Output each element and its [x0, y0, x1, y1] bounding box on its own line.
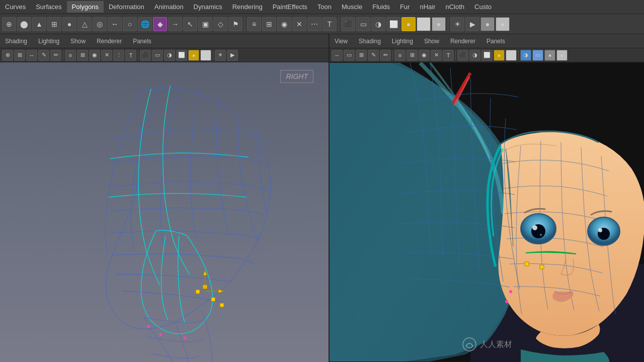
menu-deformation[interactable]: Deformation [104, 1, 149, 13]
menu-ncloth[interactable]: nCloth [440, 1, 469, 13]
tool-white2[interactable]: ● [432, 17, 446, 31]
menu-painteffects[interactable]: PaintEffects [268, 1, 312, 13]
rvp-circle[interactable]: ◉ [419, 50, 430, 61]
tool-gray1[interactable]: ● [480, 17, 495, 31]
tool-white1[interactable]: ● [417, 17, 431, 31]
menu-fur[interactable]: Fur [395, 1, 415, 13]
tool-yellow[interactable]: ● [401, 17, 416, 31]
right-viewport: View Shading Lighting Show Renderer Pane… [330, 34, 644, 362]
right-menu-panels[interactable]: Panels [484, 37, 508, 46]
left-menu-lighting[interactable]: Lighting [35, 37, 62, 46]
tool-arrow[interactable]: → [168, 17, 182, 31]
rvp-blue1[interactable]: ◑ [520, 50, 531, 61]
vp-wire[interactable]: ⬜ [176, 50, 187, 61]
tool-diamond[interactable]: ◇ [213, 17, 227, 31]
right-menu-lighting[interactable]: Lighting [389, 37, 416, 46]
rvp-yellow[interactable]: ● [494, 50, 505, 61]
tool-cylinder[interactable]: ⬤ [17, 17, 31, 31]
tool-grid[interactable]: ⊞ [262, 17, 276, 31]
tool-cursor[interactable]: ↖ [183, 17, 197, 31]
tool-pyramid[interactable]: △ [77, 17, 92, 31]
rvp-move[interactable]: ↔ [332, 50, 343, 61]
right-menu-renderer[interactable]: Renderer [447, 37, 478, 46]
tool-render[interactable]: ▶ [465, 17, 479, 31]
tool-T[interactable]: T [323, 17, 337, 31]
tool-select[interactable]: ⊕ [2, 17, 16, 31]
rvp-grid[interactable]: ⊞ [356, 50, 367, 61]
vp-t[interactable]: T [125, 50, 136, 61]
vp-film[interactable]: ▭ [152, 50, 163, 61]
menu-curves[interactable]: Curves [0, 1, 31, 13]
tool-move[interactable]: ↔ [108, 17, 122, 31]
rvp-t[interactable]: T [443, 50, 454, 61]
vp-layers[interactable]: ≡ [65, 50, 76, 61]
vp-yellow[interactable]: ● [188, 50, 199, 61]
rvp-white[interactable]: ● [506, 50, 517, 61]
tool-flag[interactable]: ⚑ [228, 17, 243, 31]
vp-circle[interactable]: ◉ [89, 50, 100, 61]
tool-cam[interactable]: ⬛ [341, 17, 355, 31]
tool-cone[interactable]: ▲ [32, 17, 46, 31]
vp-paint[interactable]: ✏ [50, 50, 61, 61]
tool-shade[interactable]: ◑ [371, 17, 385, 31]
rvp-cam[interactable]: ⬛ [457, 50, 468, 61]
rvp-grid2[interactable]: ⊞ [407, 50, 418, 61]
tool-dots[interactable]: ⋯ [307, 17, 321, 31]
left-menu-show[interactable]: Show [67, 37, 89, 46]
tool-wire[interactable]: ⬜ [386, 17, 400, 31]
left-menu-renderer[interactable]: Renderer [94, 37, 125, 46]
menu-polygons[interactable]: Polygons [67, 1, 104, 13]
rvp-wire[interactable]: ⬜ [481, 50, 493, 61]
right-viewport-canvas[interactable]: 人人素材 [330, 62, 644, 362]
menu-dynamics[interactable]: Dynamics [189, 1, 227, 13]
vp-shade[interactable]: ◑ [164, 50, 175, 61]
menu-custom[interactable]: Custo [469, 1, 497, 13]
right-menu-show[interactable]: Show [421, 37, 442, 46]
tool-cube[interactable]: ▣ [198, 17, 212, 31]
rvp-layers[interactable]: ≡ [394, 50, 406, 61]
tool-layers[interactable]: ≡ [247, 17, 261, 31]
vp-render[interactable]: ▶ [227, 50, 238, 61]
vp-dots[interactable]: ⋮ [113, 50, 124, 61]
tool-circle[interactable]: ◉ [277, 17, 291, 31]
rvp-paint[interactable]: ✏ [380, 50, 391, 61]
tool-film[interactable]: ▭ [356, 17, 370, 31]
menu-muscle[interactable]: Muscle [337, 1, 367, 13]
rvp-shade[interactable]: ◑ [469, 50, 480, 61]
rvp-film[interactable]: ▭ [344, 50, 355, 61]
rvp-brush[interactable]: ✎ [368, 50, 379, 61]
vp-white[interactable]: ● [200, 50, 211, 61]
tool-torus[interactable]: ◎ [93, 17, 107, 31]
rvp-gray2[interactable]: ● [556, 50, 568, 61]
vp-grid[interactable]: ⊞ [14, 50, 25, 61]
vp-select[interactable]: ⊕ [2, 50, 13, 61]
vp-grid2[interactable]: ⊞ [77, 50, 88, 61]
vp-cam[interactable]: ⬛ [140, 50, 151, 61]
rvp-blue2[interactable]: ▭ [532, 50, 543, 61]
tool-sphere[interactable]: ● [62, 17, 76, 31]
vp-light[interactable]: ☀ [215, 50, 226, 61]
vp-x[interactable]: ✕ [101, 50, 112, 61]
vp-move[interactable]: ↔ [26, 50, 37, 61]
left-viewport-canvas[interactable]: RIGHT [0, 62, 329, 362]
menu-toon[interactable]: Toon [312, 1, 337, 13]
rvp-x[interactable]: ✕ [431, 50, 442, 61]
rvp-gray1[interactable]: ● [544, 50, 555, 61]
tool-gray2[interactable]: ● [496, 17, 510, 31]
right-menu-shading[interactable]: Shading [356, 37, 384, 46]
left-menu-panels[interactable]: Panels [130, 37, 154, 46]
tool-light[interactable]: ☀ [450, 17, 464, 31]
tool-x[interactable]: ✕ [292, 17, 306, 31]
right-menu-view[interactable]: View [332, 37, 351, 46]
tool-ring[interactable]: ○ [123, 17, 137, 31]
menu-surfaces[interactable]: Surfaces [31, 1, 66, 13]
tool-box[interactable]: ⊞ [47, 17, 61, 31]
tool-special[interactable]: ◆ [153, 17, 167, 31]
left-menu-shading[interactable]: Shading [2, 37, 30, 46]
tool-globe[interactable]: 🌐 [138, 17, 152, 31]
menu-fluids[interactable]: Fluids [367, 1, 395, 13]
vp-brush[interactable]: ✎ [38, 50, 49, 61]
menu-animation[interactable]: Animation [149, 1, 189, 13]
menu-nhair[interactable]: nHair [415, 1, 440, 13]
menu-rendering[interactable]: Rendering [227, 1, 268, 13]
